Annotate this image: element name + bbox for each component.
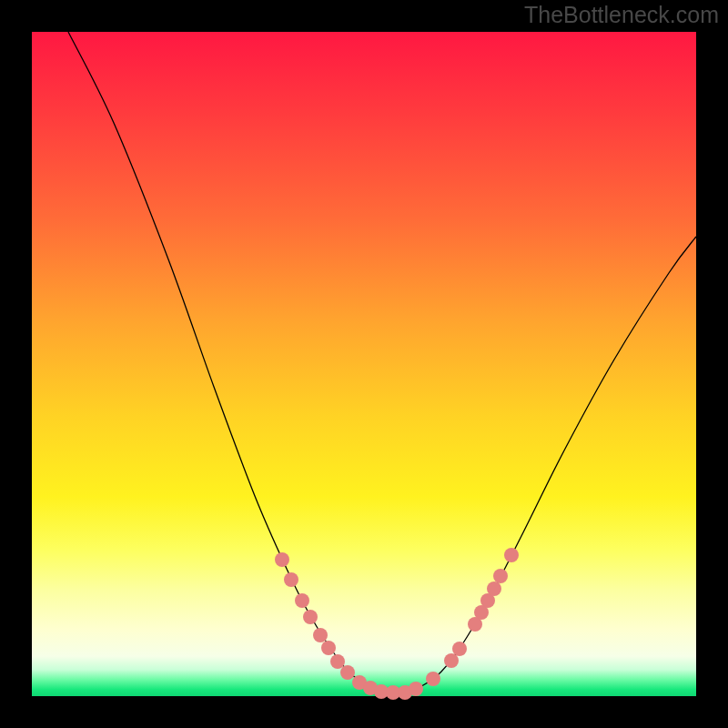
scatter-dot	[321, 641, 336, 655]
chart-frame: TheBottleneck.com	[0, 0, 728, 728]
scatter-dot	[504, 548, 519, 562]
scatter-dot	[275, 552, 289, 567]
scatter-dot	[284, 572, 298, 587]
scatter-dot	[493, 569, 508, 583]
bottleneck-curve	[68, 32, 696, 693]
scatter-dot	[426, 672, 440, 686]
scatter-dot	[487, 581, 501, 596]
scatter-dot	[303, 610, 318, 624]
scatter-dots	[275, 548, 519, 700]
scatter-dot	[409, 682, 423, 696]
scatter-dot	[452, 642, 467, 656]
scatter-dot	[295, 593, 309, 608]
scatter-dot	[330, 654, 345, 669]
scatter-dot	[444, 653, 459, 668]
plot-area	[32, 32, 696, 696]
curve-layer	[32, 32, 696, 696]
scatter-dot	[340, 665, 355, 680]
scatter-dot	[313, 628, 328, 642]
watermark-label: TheBottleneck.com	[524, 2, 719, 28]
